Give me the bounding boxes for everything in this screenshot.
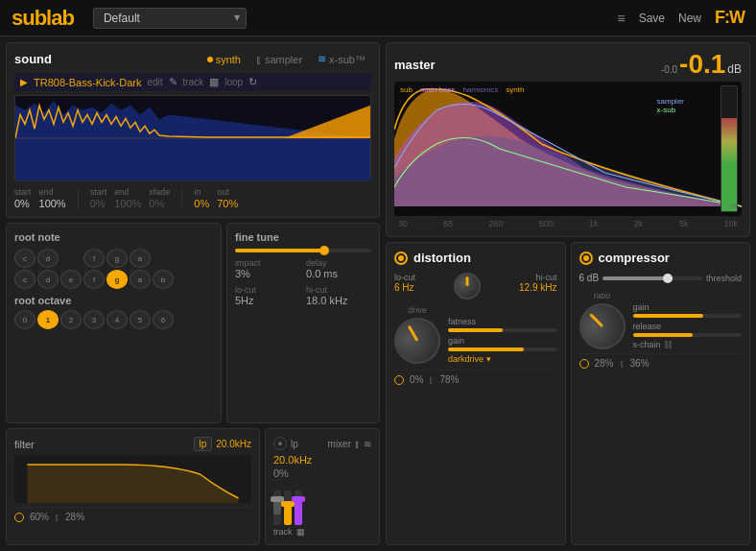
locut-value: 5Hz (235, 295, 300, 306)
db-value: -0.1 (679, 51, 725, 78)
filter-curve (14, 455, 251, 503)
brand-logo: F:W (715, 8, 744, 28)
fatness-slider[interactable] (448, 328, 557, 332)
octave-1[interactable]: 1 (37, 310, 59, 329)
octave-row: 0 1 2 3 4 5 6 (14, 310, 213, 329)
divider2 (181, 187, 182, 209)
menu-icon[interactable]: ≡ (617, 11, 625, 26)
track-label[interactable]: track (183, 77, 204, 87)
delay-label: delay (306, 258, 371, 268)
loop-icon: ↻ (248, 76, 257, 88)
hicut-value: 18.0 kHz (306, 295, 371, 306)
fine-tune-slider[interactable] (235, 249, 371, 252)
master-card: master -0.0 -0.1 dB sub main bass harmon… (386, 42, 750, 237)
gain-slider[interactable] (448, 347, 557, 351)
xfade-param: xfade 0% (149, 187, 170, 209)
bottom-panels: distortion lo-cut 6 Hz hi-cut 12.9 kHz (386, 242, 750, 545)
sampler-icon: ⫿ (256, 54, 262, 65)
loop-label[interactable]: loop (224, 77, 243, 87)
fader-track-1[interactable] (273, 491, 281, 525)
comp-release-fill (633, 333, 693, 337)
threshold-thumb[interactable] (663, 274, 673, 283)
waveform-params: start 0% end 100% start 0% end 100% xfa (14, 187, 371, 209)
octave-0[interactable]: 0 (14, 310, 35, 329)
legend-sampler: sampler (657, 97, 684, 106)
fader-handle-3[interactable] (292, 496, 305, 502)
dist-power-dot[interactable] (394, 375, 404, 385)
threshold-db: 6 dB (579, 273, 600, 283)
note-e[interactable]: e (60, 270, 82, 289)
note-g-sharp[interactable]: g (106, 249, 128, 268)
waveform-display (14, 95, 371, 181)
right-panel: master -0.0 -0.1 dB sub main bass harmon… (386, 42, 750, 545)
spectrum-container: sub main bass harmonics synth sampler x-… (394, 82, 742, 216)
note-d-sharp[interactable]: d (37, 249, 59, 268)
distortion-power[interactable] (394, 252, 408, 265)
impact-group: impact 3% (235, 258, 300, 279)
new-button[interactable]: New (678, 12, 701, 25)
filter-pct2: 28% (65, 512, 84, 522)
filter-pct1: 60% (30, 512, 49, 522)
drive-knob-group: drive (394, 305, 440, 364)
legend-sub: sub (400, 85, 413, 94)
schain-row: s-chain ⛓ (633, 340, 743, 349)
comp-release-slider[interactable] (633, 333, 743, 337)
preset-selector[interactable]: Default (93, 8, 247, 29)
comp-gain-slider[interactable] (633, 314, 743, 318)
octave-3[interactable]: 3 (83, 310, 105, 329)
freq-30: 30 (398, 219, 408, 228)
freq-labels: 30 65 260 500 1k 2k 5k 10k (394, 219, 742, 228)
ratio-knob[interactable] (570, 294, 635, 359)
filter-power[interactable] (14, 513, 24, 522)
comp-pct2: 36% (630, 358, 650, 369)
tab-xsub[interactable]: ≋ x-sub™ (312, 51, 371, 67)
delay-group: delay 0.0 ms (306, 258, 371, 279)
db-unit: dB (727, 62, 742, 76)
mixer-track-row: track ▦ (273, 527, 371, 537)
arrow-icon: ▶ (20, 77, 28, 87)
dist-hicut: hi-cut 12.9 kHz (519, 273, 556, 299)
note-a[interactable]: a (130, 270, 151, 289)
tab-synth[interactable]: synth (201, 51, 247, 67)
fine-params: impact 3% delay 0.0 ms lo-cut 5Hz hi-cut… (235, 258, 371, 306)
note-a-sharp[interactable]: a (130, 249, 151, 268)
note-b[interactable]: b (153, 270, 174, 289)
note-c[interactable]: c (14, 270, 35, 289)
mixer-faders (273, 483, 371, 525)
note-d[interactable]: d (37, 270, 59, 289)
compressor-power[interactable] (579, 252, 593, 265)
slider-thumb[interactable] (319, 246, 329, 255)
fader-3 (295, 491, 302, 525)
fader-handle-2[interactable] (281, 501, 295, 507)
threshold-fill (602, 276, 673, 280)
xsub-icon: ≋ (318, 53, 326, 65)
fader-track-3[interactable] (295, 491, 302, 525)
octave-5[interactable]: 5 (130, 310, 151, 329)
darkdrive-label[interactable]: darkdrive ▾ (448, 354, 557, 364)
note-c-sharp[interactable]: c (14, 249, 35, 268)
save-button[interactable]: Save (639, 12, 665, 25)
dist-status: 0% ⫿ 78% (394, 370, 557, 385)
octave-4[interactable]: 4 (106, 310, 128, 329)
dist-pct2: 78% (439, 374, 459, 385)
comp-power-dot[interactable] (579, 359, 589, 369)
threshold-slider[interactable] (602, 276, 702, 280)
mixer-header: ● lp mixer ⫿ ≋ (273, 437, 371, 450)
edit-label[interactable]: edit (147, 77, 162, 87)
tab-sampler[interactable]: ⫿ sampler (250, 51, 308, 67)
note-g[interactable]: g (106, 270, 128, 289)
fader-track-2[interactable] (284, 491, 292, 525)
dist-cut-row: lo-cut 6 Hz hi-cut 12.9 kHz (394, 273, 557, 299)
dist-locut-knob[interactable] (454, 273, 481, 299)
octave-6[interactable]: 6 (153, 310, 174, 329)
filter-bars: ⫿ (55, 512, 59, 522)
note-f[interactable]: f (83, 270, 105, 289)
filter-type[interactable]: lp (194, 437, 213, 451)
drive-knob[interactable] (386, 309, 449, 372)
legend-harmonics: harmonics (462, 85, 498, 94)
fatness-fill (448, 328, 503, 332)
octave-2[interactable]: 2 (60, 310, 82, 329)
note-f-sharp[interactable]: f (83, 249, 105, 268)
schain-label: s-chain (633, 340, 661, 349)
fatness-section: fatness gain darkdrive ▾ (448, 317, 557, 364)
